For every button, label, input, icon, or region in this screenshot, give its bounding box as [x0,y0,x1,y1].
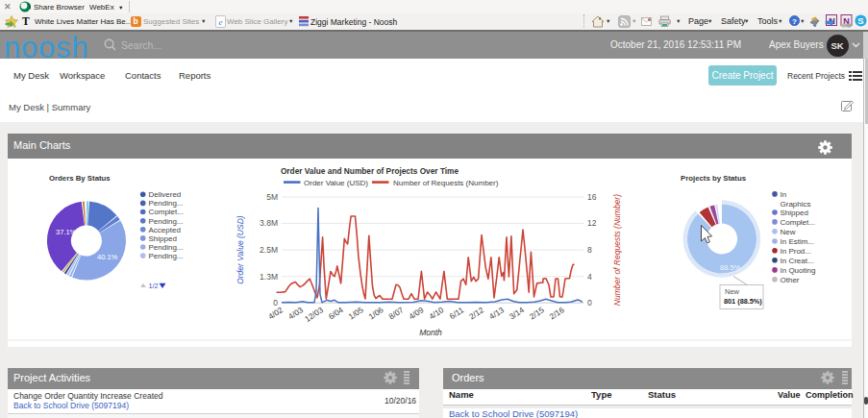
svg-text:3.8M: 3.8M [260,218,278,228]
svg-text:Pending...: Pending... [149,251,184,259]
svg-text:40.1%: 40.1% [97,253,118,261]
svg-text:Shipped: Shipped [149,234,177,242]
svg-text:Number of Requests (Number): Number of Requests (Number) [612,193,622,305]
svg-text:?: ? [792,17,797,26]
svg-text:S: S [857,15,863,26]
svg-text:e: e [219,17,223,27]
svg-text:Delivered: Delivered [149,190,182,199]
svg-text:Orders By Status: Orders By Status [49,173,111,182]
svg-text:2/15: 2/15 [528,305,546,321]
svg-text:Number of Requests (Number): Number of Requests (Number) [393,178,499,186]
svg-text:Graphics: Graphics [781,199,811,208]
svg-text:1/2: 1/2 [149,281,159,289]
svg-text:6/04: 6/04 [327,305,345,321]
svg-text:Shipped: Shipped [781,208,808,216]
svg-text:4: 4 [587,271,592,281]
svg-text:In: In [781,189,787,198]
svg-text:1/05: 1/05 [347,305,365,321]
svg-text:5M: 5M [266,191,278,201]
svg-text:Order Value and Number of Proj: Order Value and Number of Projects Over … [281,166,459,176]
svg-text:Month: Month [419,327,442,336]
svg-text:Complet...: Complet... [781,217,815,226]
svg-text:0: 0 [587,297,592,307]
svg-text:12: 12 [587,218,597,228]
svg-text:Pending...: Pending... [149,242,184,251]
svg-text:Other: Other [781,275,800,283]
svg-text:2/12: 2/12 [467,305,485,321]
svg-text:New: New [725,286,740,295]
svg-text:Complet...: Complet... [149,208,184,216]
svg-text:6/11: 6/11 [448,305,466,321]
svg-text:Pending...: Pending... [149,216,184,225]
svg-text:Order Value (USD): Order Value (USD) [236,215,245,284]
svg-text:88.5%: 88.5% [720,262,741,271]
svg-text:In Estim...: In Estim... [781,236,815,245]
svg-text:Accepted: Accepted [149,225,181,234]
svg-text:16: 16 [587,191,597,201]
svg-text:12/03: 12/03 [303,305,325,324]
svg-text:2/16: 2/16 [548,305,566,321]
svg-text:In Quoting: In Quoting [781,265,816,274]
svg-text:Pending...: Pending... [149,199,184,208]
svg-text:801 (88.5%): 801 (88.5%) [724,296,762,305]
svg-text:In Creat...: In Creat... [781,256,814,264]
svg-text:4/13: 4/13 [487,305,506,321]
svg-text:37.1%: 37.1% [56,228,77,236]
svg-text:4/09: 4/09 [407,305,425,321]
svg-text:4/03: 4/03 [286,305,305,321]
svg-text:2.5M: 2.5M [260,244,278,254]
svg-text:1/06: 1/06 [367,305,385,321]
svg-text:3/14: 3/14 [508,305,526,321]
svg-text:8: 8 [587,244,592,254]
svg-text:Projects by Status: Projects by Status [681,173,747,182]
svg-text:New: New [781,227,796,235]
svg-text:4/10: 4/10 [427,305,445,321]
svg-text:1.3M: 1.3M [260,271,278,281]
svg-text:4/02: 4/02 [266,305,285,321]
svg-text:8/07: 8/07 [386,305,405,321]
svg-text:In Prod...: In Prod... [781,246,811,255]
svg-text:Order Value (USD): Order Value (USD) [304,178,368,186]
